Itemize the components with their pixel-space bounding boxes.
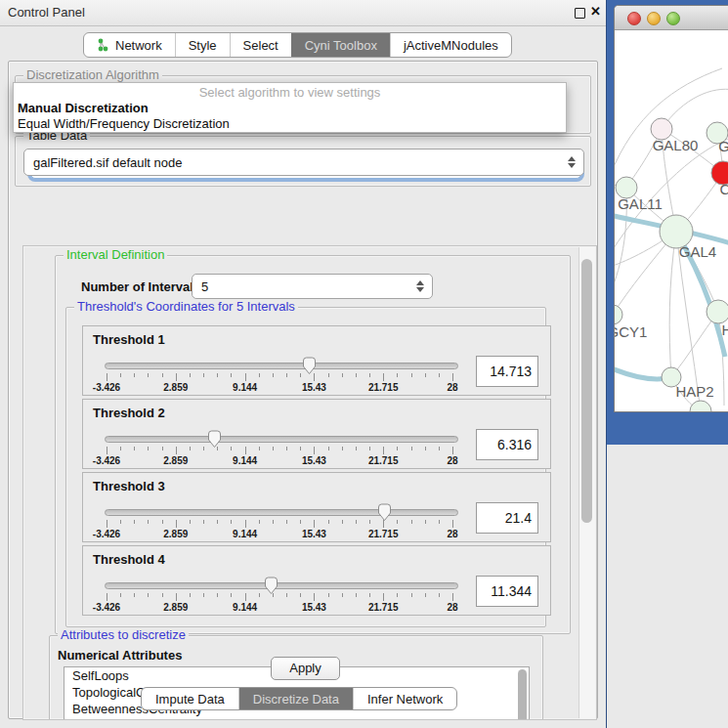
tick-label: 28: [447, 529, 457, 539]
tick-label: -3.426: [93, 602, 120, 613]
node-label: GAL11: [618, 195, 663, 212]
tick-label: 21.715: [368, 382, 399, 393]
tick-label: 9.144: [233, 455, 257, 466]
tick-label: 15.43: [302, 382, 326, 393]
tick-label: 2.859: [163, 602, 188, 613]
slider-ticks: [107, 520, 452, 529]
minimize-traffic-light-icon[interactable]: [647, 12, 661, 25]
top-tab-bar: NetworkStyleSelectCyni ToolboxjActiveMNo…: [83, 32, 512, 58]
node-label: GAL80: [653, 137, 699, 153]
network-node[interactable]: [615, 305, 622, 324]
num-intervals-combobox[interactable]: 5: [192, 274, 433, 299]
tick-label: 15.43: [302, 455, 326, 466]
control-panel-window: Control Panel ✕ NetworkStyleSelectCyni T…: [0, 0, 606, 728]
control-panel-titlebar: Control Panel ✕: [0, 0, 606, 26]
tab-label: Cyni Toolbox: [305, 38, 377, 53]
threshold-panel: Threshold 3-3.4262.8599.14415.4321.71528…: [82, 472, 551, 542]
tab-label: jActiveMNodules: [404, 38, 498, 53]
threshold-slider[interactable]: -3.4262.8599.14415.4321.71528: [105, 433, 458, 466]
tick-label: 2.859: [163, 382, 188, 393]
node-label: GAL4: [679, 243, 716, 260]
slider-thumb[interactable]: [377, 503, 392, 522]
table-data-combobox[interactable]: galFiltered.sif default node: [23, 149, 584, 176]
tab-impute-data[interactable]: Impute Data: [142, 688, 238, 709]
tab-style[interactable]: Style: [175, 33, 230, 57]
table-data-value: galFiltered.sif default node: [33, 155, 182, 170]
popup-option[interactable]: Equal Width/Frequency Discretization: [18, 116, 230, 131]
scrollbar-thumb[interactable]: [581, 259, 592, 523]
threshold-label: Threshold 3: [93, 479, 165, 493]
tick-label: 21.715: [368, 455, 399, 466]
float-window-icon[interactable]: [575, 8, 585, 19]
threshold-slider[interactable]: -3.4262.8599.14415.4321.71528: [105, 579, 458, 613]
threshold-panel: Threshold 4-3.4262.8599.14415.4321.71528…: [82, 545, 551, 616]
table-data-group: Table Data galFiltered.sif default node: [15, 136, 591, 187]
threshold-panel: Threshold 2-3.4262.8599.14415.4321.71528…: [82, 399, 551, 469]
slider-thumb[interactable]: [207, 430, 222, 449]
thresholds-group: Threshold's Coordinates for 5 Intervals …: [65, 307, 546, 627]
apply-button[interactable]: Apply: [271, 657, 340, 680]
tab-select[interactable]: Select: [230, 33, 291, 57]
slider-track[interactable]: [105, 509, 458, 516]
tick-label: -3.426: [93, 455, 120, 466]
tab-label: Style: [189, 38, 217, 53]
tick-label: 28: [447, 382, 457, 393]
threshold-label: Threshold 4: [93, 552, 165, 567]
table-panel: Table Panel ⚙ ☑☑ shared... na YDL19...YD…: [606, 445, 728, 728]
tab-jactivemnodules[interactable]: jActiveMNodules: [390, 33, 511, 57]
threshold-value-field[interactable]: 14.713: [476, 356, 538, 387]
window-title: Control Panel: [8, 5, 85, 20]
network-view-window[interactable]: GAL80GCGAL11GAL4HGCY1HAP2: [614, 5, 728, 412]
settings-vertical-scrollbar[interactable]: [578, 247, 595, 718]
tab-label: Network: [115, 38, 162, 53]
threshold-value-field[interactable]: 11.344: [476, 576, 538, 607]
threshold-label: Threshold 2: [93, 406, 165, 420]
network-node[interactable]: [707, 300, 728, 323]
network-graph-canvas[interactable]: GAL80GCGAL11GAL4HGCY1HAP2: [615, 29, 728, 411]
node-label: HAP2: [675, 383, 713, 400]
close-traffic-light-icon[interactable]: [627, 12, 641, 25]
tab-discretize-data[interactable]: Discretize Data: [238, 688, 353, 709]
node-label: C: [720, 181, 728, 197]
tick-label: 2.859: [163, 455, 188, 466]
slider-thumb[interactable]: [264, 577, 278, 595]
slider-track[interactable]: [105, 582, 458, 589]
tick-label: 28: [447, 602, 457, 613]
slider-ticks: [107, 593, 452, 602]
combo-arrows-icon: [416, 280, 423, 292]
algorithm-dropdown-popup: Select algorithm to view settingsManual …: [13, 82, 567, 133]
num-intervals-value: 5: [201, 279, 208, 294]
zoom-traffic-light-icon[interactable]: [666, 12, 680, 25]
slider-thumb[interactable]: [302, 357, 317, 375]
interval-definition-group: Interval Definition Number of Intervals …: [55, 255, 571, 634]
slider-track[interactable]: [105, 436, 458, 443]
network-window-titlebar[interactable]: [615, 6, 728, 30]
tab-label: Select: [243, 38, 278, 53]
threshold-value-field[interactable]: 6.316: [476, 429, 538, 460]
group-title: Threshold's Coordinates for 5 Intervals: [74, 300, 298, 314]
numerical-attributes-label: Numerical Attributes: [58, 648, 182, 663]
tab-network[interactable]: Network: [84, 33, 175, 57]
threshold-slider[interactable]: -3.4262.8599.14415.4321.71528: [105, 506, 458, 539]
network-icon: [97, 38, 109, 52]
tab-cyni-toolbox[interactable]: Cyni Toolbox: [291, 33, 390, 57]
popup-option[interactable]: Manual Discretization: [18, 101, 149, 115]
threshold-value-field[interactable]: 21.4: [476, 502, 538, 534]
slider-track[interactable]: [105, 363, 458, 369]
network-node[interactable]: [690, 401, 711, 411]
tick-label: 15.43: [302, 529, 326, 539]
tick-label: -3.426: [93, 529, 120, 539]
threshold-label: Threshold 1: [93, 332, 165, 347]
close-icon[interactable]: ✕: [590, 4, 601, 19]
attributes-list-scrollbar[interactable]: [518, 669, 527, 720]
slider-ticks: [107, 447, 452, 455]
bottom-tab-bar: Impute DataDiscretize DataInfer Network: [141, 687, 457, 710]
tick-label: 9.144: [233, 602, 257, 613]
node-label: GCY1: [615, 323, 647, 340]
tab-infer-network[interactable]: Infer Network: [353, 688, 456, 709]
settings-scroll-panel: Interval Definition Number of Intervals …: [22, 245, 597, 720]
group-title: Interval Definition: [64, 248, 167, 262]
tick-label: 28: [447, 455, 457, 466]
combo-arrows-icon: [568, 156, 575, 168]
threshold-slider[interactable]: -3.4262.8599.14415.4321.71528: [105, 360, 458, 393]
